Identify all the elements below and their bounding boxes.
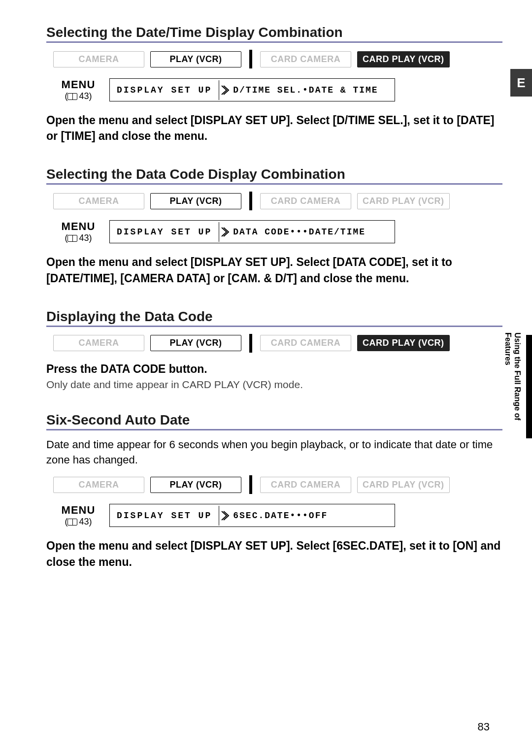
- section2-mode-row: CAMERA PLAY (VCR) CARD CAMERA CARD PLAY …: [53, 192, 502, 210]
- mode-play-vcr: PLAY (VCR): [150, 477, 241, 493]
- book-icon: [67, 519, 77, 526]
- mode-card-play-vcr: CARD PLAY (VCR): [357, 477, 450, 493]
- mode-card-play-vcr: CARD PLAY (VCR): [357, 335, 450, 351]
- menu-page-ref: (43): [47, 233, 109, 243]
- mode-card-play-vcr: CARD PLAY (VCR): [357, 193, 450, 209]
- menu-path-box: DISPLAY SET UP DATA CODE•••DATE/TIME: [109, 220, 395, 243]
- section4-mode-row: CAMERA PLAY (VCR) CARD CAMERA CARD PLAY …: [53, 475, 502, 494]
- section3-mode-row: CAMERA PLAY (VCR) CARD CAMERA CARD PLAY …: [53, 334, 502, 353]
- menu-path-a: DISPLAY SET UP: [110, 506, 219, 526]
- menu-path-a: DISPLAY SET UP: [110, 80, 219, 100]
- mode-camera: CAMERA: [53, 335, 144, 351]
- menu-word: MENU: [47, 78, 109, 91]
- section2-body: Open the menu and select [DISPLAY SET UP…: [46, 254, 502, 286]
- menu-label: MENU (43): [47, 220, 109, 243]
- menu-word: MENU: [47, 220, 109, 233]
- section3-instruction: Press the DATA CODE button.: [46, 362, 502, 376]
- menu-arrow-icon: [219, 85, 231, 96]
- section2-title: Selecting the Data Code Display Combinat…: [46, 166, 502, 185]
- section1-menu-row: MENU (43) DISPLAY SET UP D/TIME SEL.•DAT…: [47, 78, 502, 101]
- mode-card-play-vcr: CARD PLAY (VCR): [357, 51, 450, 67]
- menu-word: MENU: [47, 504, 109, 517]
- section4-title: Six-Second Auto Date: [46, 412, 502, 430]
- menu-path-box: DISPLAY SET UP 6SEC.DATE•••OFF: [109, 504, 395, 527]
- mode-play-vcr: PLAY (VCR): [150, 193, 241, 209]
- language-tab: E: [510, 69, 532, 97]
- book-icon: [67, 93, 77, 100]
- mode-camera: CAMERA: [53, 477, 144, 493]
- menu-arrow-icon: [219, 510, 231, 521]
- mode-card-camera: CARD CAMERA: [260, 477, 351, 493]
- mode-card-camera: CARD CAMERA: [260, 51, 351, 67]
- mode-camera: CAMERA: [53, 193, 144, 209]
- menu-arrow-icon: [219, 227, 231, 237]
- section2-menu-row: MENU (43) DISPLAY SET UP DATA CODE•••DAT…: [47, 220, 502, 243]
- menu-path-a: DISPLAY SET UP: [110, 222, 219, 242]
- menu-label: MENU (43): [47, 504, 109, 527]
- page-number: 83: [478, 721, 490, 733]
- menu-path-b: DATA CODE•••DATE/TIME: [231, 222, 372, 242]
- side-section-label: Using the Full Range of Features: [503, 332, 522, 441]
- section3-title: Displaying the Data Code: [46, 309, 502, 327]
- mode-play-vcr: PLAY (VCR): [150, 335, 241, 351]
- mode-divider: [249, 50, 252, 68]
- section4-lead: Date and time appear for 6 seconds when …: [46, 437, 502, 468]
- section3-note: Only date and time appear in CARD PLAY (…: [46, 379, 502, 391]
- section1-body: Open the menu and select [DISPLAY SET UP…: [46, 112, 502, 144]
- mode-card-camera: CARD CAMERA: [260, 193, 351, 209]
- mode-divider: [249, 334, 252, 353]
- menu-page-ref: (43): [47, 517, 109, 527]
- menu-path-box: DISPLAY SET UP D/TIME SEL.•DATE & TIME: [109, 78, 395, 101]
- section1-title: Selecting the Date/Time Display Combinat…: [46, 25, 502, 43]
- menu-label: MENU (43): [47, 78, 109, 101]
- mode-play-vcr: PLAY (VCR): [150, 51, 241, 67]
- mode-divider: [249, 475, 252, 494]
- mode-divider: [249, 192, 252, 210]
- section4-menu-row: MENU (43) DISPLAY SET UP 6SEC.DATE•••OFF: [47, 504, 502, 527]
- mode-card-camera: CARD CAMERA: [260, 335, 351, 351]
- side-index-bar: [526, 335, 532, 438]
- book-icon: [67, 235, 77, 242]
- section4-body: Open the menu and select [DISPLAY SET UP…: [46, 538, 502, 569]
- menu-page-ref: (43): [47, 91, 109, 101]
- mode-camera: CAMERA: [53, 51, 144, 67]
- menu-path-b: D/TIME SEL.•DATE & TIME: [231, 80, 385, 100]
- menu-path-b: 6SEC.DATE•••OFF: [231, 506, 334, 526]
- section1-mode-row: CAMERA PLAY (VCR) CARD CAMERA CARD PLAY …: [53, 50, 502, 68]
